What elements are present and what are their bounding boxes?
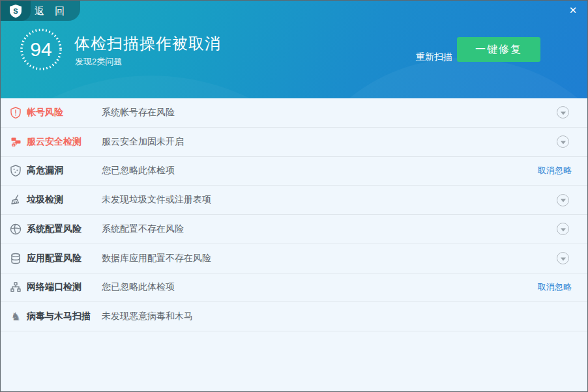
scan-item-description: 系统配置不存在风险 [102,223,184,235]
shield-alert-icon [9,106,22,119]
network-ports-icon [9,281,22,294]
scan-item-row: 网络端口检测 您已忽略此体检项 取消忽略 [1,273,587,303]
shield-dots-icon [9,164,22,177]
scan-item-description: 未发现垃圾文件或注册表项 [102,194,211,206]
database-icon [9,252,22,265]
app-window: S 返 回 ✕ 94 体检扫描操作被取消 发现2类问题 重新扫描 一键修复 帐号… [0,0,588,392]
close-icon[interactable]: ✕ [566,3,580,18]
scan-item-row: 垃圾检测 未发现垃圾文件或注册表项 [1,186,587,215]
scan-item-label: 系统配置风险 [27,223,102,235]
back-button[interactable]: 返 回 [35,1,68,21]
cancel-ignore-link[interactable]: 取消忽略 [538,281,572,293]
windows-icon [9,223,22,236]
scan-item-row: 帐号风险 系统帐号存在风险 [1,98,587,128]
expand-chevron-down-icon[interactable] [557,194,569,206]
scan-item-row: 应用配置风险 数据库应用配置不存在风险 [1,244,587,273]
expand-chevron-down-icon[interactable] [557,106,569,119]
scan-item-label: 应用配置风险 [27,253,102,264]
health-score-value: 94 [19,27,63,72]
scan-item-label: 病毒与木马扫描 [27,311,102,322]
scan-item-row: ♞ 病毒与木马扫描 未发现恶意病毒和木马 [1,302,587,331]
expand-chevron-down-icon[interactable] [557,135,569,148]
scan-item-label: 高危漏洞 [27,165,102,176]
app-logo: S [1,1,31,21]
health-score-gauge: 94 [19,27,63,72]
cancel-ignore-link[interactable]: 取消忽略 [538,165,572,176]
scan-item-description: 您已忽略此体检项 [102,281,175,293]
issues-found-subtitle: 发现2类问题 [75,56,122,68]
scan-item-description: 服云安全加固未开启 [102,136,184,148]
scan-item-description: 数据库应用配置不存在风险 [102,253,211,264]
header-wave-decoration [281,58,587,98]
svg-text:S: S [13,7,18,14]
trojan-horse-icon: ♞ [9,310,22,323]
scan-status-title: 体检扫描操作被取消 [74,33,221,54]
expand-chevron-down-icon[interactable] [557,223,569,235]
header-wave-decoration [1,76,379,98]
scan-item-description: 系统帐号存在风险 [102,107,175,119]
broom-icon [9,193,22,206]
expand-chevron-down-icon[interactable] [557,252,569,264]
scan-item-label: 网络端口检测 [27,281,102,293]
scan-item-row: 系统配置风险 系统配置不存在风险 [1,215,587,244]
scan-item-row: s 服云安全检测 服云安全加固未开启 [1,128,587,157]
svg-text:s: s [13,144,15,147]
header: S 返 回 ✕ 94 体检扫描操作被取消 发现2类问题 重新扫描 一键修复 [1,1,587,98]
shield-logo-icon: S [8,3,23,19]
rescan-link[interactable]: 重新扫描 [416,51,452,63]
scan-item-label: 帐号风险 [27,107,102,119]
scan-item-row: 高危漏洞 您已忽略此体检项 取消忽略 [1,157,587,186]
scan-item-description: 您已忽略此体检项 [102,165,175,176]
cloud-security-icon: s [9,135,22,148]
scan-item-description: 未发现恶意病毒和木马 [102,311,193,322]
scan-items-list: 帐号风险 系统帐号存在风险 s 服云安全检测 服云安全加固未开启 高危漏洞 您已… [1,98,587,331]
scan-item-label: 服云安全检测 [27,136,102,148]
one-click-fix-button[interactable]: 一键修复 [457,37,540,62]
scan-item-label: 垃圾检测 [27,194,102,206]
